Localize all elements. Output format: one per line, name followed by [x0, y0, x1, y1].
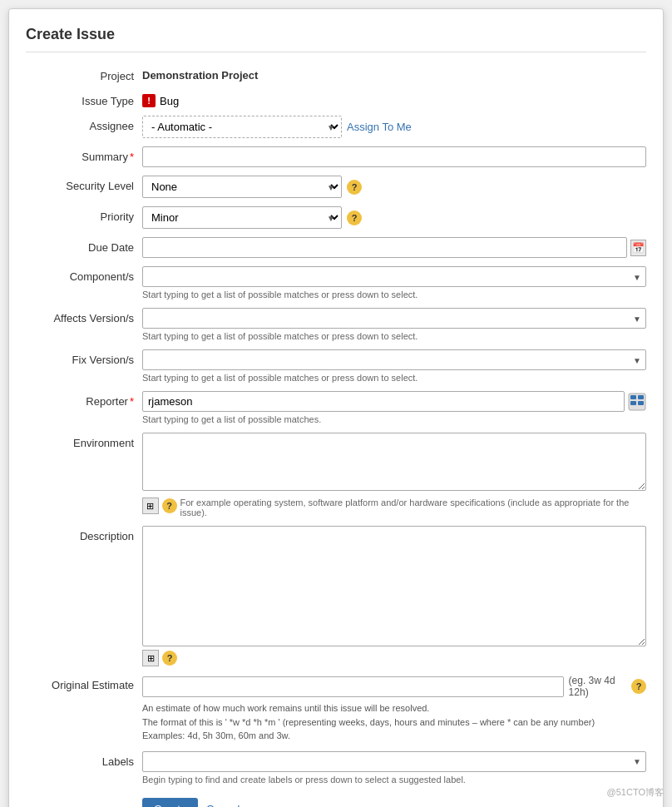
summary-required-star: *: [130, 151, 134, 163]
environment-toolbar-icon[interactable]: ⊞: [142, 498, 159, 514]
project-label: Project: [26, 66, 142, 82]
assignee-select-wrapper: - Automatic - Unassigned rjameson: [142, 116, 342, 138]
priority-row: Priority Blocker Critical Major Minor Tr…: [26, 206, 646, 229]
security-select-wrapper: None: [142, 176, 342, 198]
original-estimate-input[interactable]: [142, 676, 564, 697]
description-label: Description: [26, 526, 142, 542]
svg-rect-1: [630, 395, 636, 399]
priority-help-icon[interactable]: ?: [347, 210, 362, 225]
project-value: Demonstration Project: [142, 66, 646, 82]
watermark: @51CTO博客: [607, 786, 664, 799]
issue-type-value: Bug: [160, 95, 179, 107]
environment-field: ⊞ ? For example operating system, softwa…: [142, 433, 646, 517]
affects-version-hint: Start typing to get a list of possible m…: [142, 331, 646, 341]
assign-to-me-link[interactable]: Assign To Me: [347, 121, 412, 133]
labels-field: ▼ Begin typing to find and create labels…: [142, 751, 646, 785]
form-actions: Create Cancel: [26, 798, 646, 808]
reporter-row: Reporter* Start typing to get a list of …: [26, 391, 646, 424]
calendar-icon[interactable]: 📅: [630, 240, 646, 256]
summary-field: [142, 146, 646, 167]
project-row: Project Demonstration Project: [26, 66, 646, 82]
security-help-icon[interactable]: ?: [347, 180, 362, 195]
create-button[interactable]: Create: [142, 798, 198, 808]
reporter-required-star: *: [130, 395, 134, 408]
affects-version-label: Affects Version/s: [26, 308, 142, 324]
project-field: Demonstration Project: [142, 66, 646, 82]
security-level-select[interactable]: None: [142, 176, 342, 198]
issue-type-label: Issue Type: [26, 91, 142, 107]
assignee-label: Assignee: [26, 116, 142, 132]
security-level-row: Security Level None ?: [26, 176, 646, 198]
summary-label: Summary*: [26, 146, 142, 163]
fix-version-row: Fix Version/s ▼ Start typing to get a li…: [26, 349, 646, 383]
priority-select-wrapper: Blocker Critical Major Minor Trivial: [142, 206, 342, 229]
estimate-note2: The format of this is ' *w *d *h *m ' (r…: [142, 715, 646, 730]
summary-input[interactable]: [142, 146, 646, 167]
reporter-icon[interactable]: [628, 393, 646, 411]
issue-type-row: Issue Type ! Bug: [26, 91, 646, 107]
environment-label: Environment: [26, 433, 142, 449]
components-label: Component/s: [26, 266, 142, 283]
labels-label: Labels: [26, 751, 142, 768]
estimate-note1: An estimate of how much work remains unt…: [142, 701, 646, 715]
due-date-row: Due Date 📅: [26, 237, 646, 258]
fix-version-label: Fix Version/s: [26, 349, 142, 366]
fix-version-field: ▼ Start typing to get a list of possible…: [142, 349, 646, 383]
reporter-hint: Start typing to get a list of possible m…: [142, 414, 646, 424]
security-level-field: None ?: [142, 176, 646, 198]
create-issue-dialog: Create Issue Project Demonstration Proje…: [8, 8, 664, 807]
affects-version-field: ▼ Start typing to get a list of possible…: [142, 308, 646, 341]
environment-hint: For example operating system, software p…: [180, 498, 646, 517]
bug-icon: !: [142, 94, 156, 107]
labels-row: Labels ▼ Begin typing to find and create…: [26, 751, 646, 785]
affects-version-row: Affects Version/s ▼ Start typing to get …: [26, 308, 646, 341]
environment-help-icon[interactable]: ?: [162, 498, 177, 513]
original-estimate-label: Original Estimate: [26, 675, 142, 691]
description-toolbar-icon[interactable]: ⊞: [142, 650, 159, 666]
due-date-input[interactable]: [142, 237, 627, 258]
svg-rect-2: [638, 395, 644, 399]
environment-row: Environment ⊞ ? For example operating sy…: [26, 433, 646, 517]
components-hint: Start typing to get a list of possible m…: [142, 290, 646, 300]
assignee-select[interactable]: - Automatic - Unassigned rjameson: [142, 116, 342, 138]
description-row: Description ⊞ ?: [26, 526, 646, 666]
reporter-input[interactable]: [142, 391, 625, 412]
svg-rect-3: [630, 401, 636, 405]
components-field: ▼ Start typing to get a list of possible…: [142, 266, 646, 300]
dialog-title: Create Issue: [26, 26, 646, 52]
original-estimate-row: Original Estimate (eg. 3w 4d 12h) ? An e…: [26, 675, 646, 743]
environment-textarea[interactable]: [142, 433, 646, 491]
labels-input[interactable]: [142, 751, 646, 772]
due-date-label: Due Date: [26, 237, 142, 254]
priority-select[interactable]: Blocker Critical Major Minor Trivial: [142, 206, 342, 229]
original-estimate-field: (eg. 3w 4d 12h) ? An estimate of how muc…: [142, 675, 646, 743]
description-textarea[interactable]: [142, 526, 646, 646]
components-input[interactable]: [142, 266, 646, 287]
description-field: ⊞ ?: [142, 526, 646, 666]
priority-field: Blocker Critical Major Minor Trivial ?: [142, 206, 646, 229]
estimate-hint: (eg. 3w 4d 12h): [569, 675, 626, 698]
reporter-field: Start typing to get a list of possible m…: [142, 391, 646, 424]
labels-hint: Begin typing to find and create labels o…: [142, 775, 646, 785]
description-help-icon[interactable]: ?: [162, 651, 177, 666]
assignee-field: - Automatic - Unassigned rjameson Assign…: [142, 116, 646, 138]
priority-label: Priority: [26, 206, 142, 223]
cancel-button[interactable]: Cancel: [206, 798, 240, 808]
fix-version-input[interactable]: [142, 349, 646, 370]
security-level-label: Security Level: [26, 176, 142, 192]
estimate-help-icon[interactable]: ?: [631, 679, 646, 694]
components-row: Component/s ▼ Start typing to get a list…: [26, 266, 646, 300]
svg-rect-4: [638, 401, 644, 405]
assignee-row: Assignee - Automatic - Unassigned rjames…: [26, 116, 646, 138]
summary-row: Summary*: [26, 146, 646, 167]
reporter-label: Reporter*: [26, 391, 142, 408]
issue-type-field: ! Bug: [142, 91, 646, 107]
due-date-field: 📅: [142, 237, 646, 258]
estimate-note3: Examples: 4d, 5h 30m, 60m and 3w.: [142, 729, 646, 743]
affects-version-input[interactable]: [142, 308, 646, 329]
fix-version-hint: Start typing to get a list of possible m…: [142, 373, 646, 383]
